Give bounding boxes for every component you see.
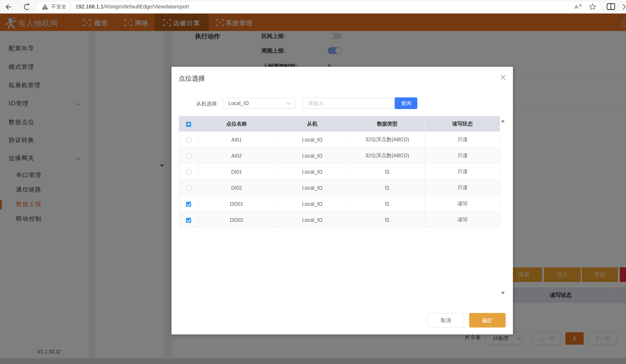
svg-text:A: A (575, 4, 578, 10)
